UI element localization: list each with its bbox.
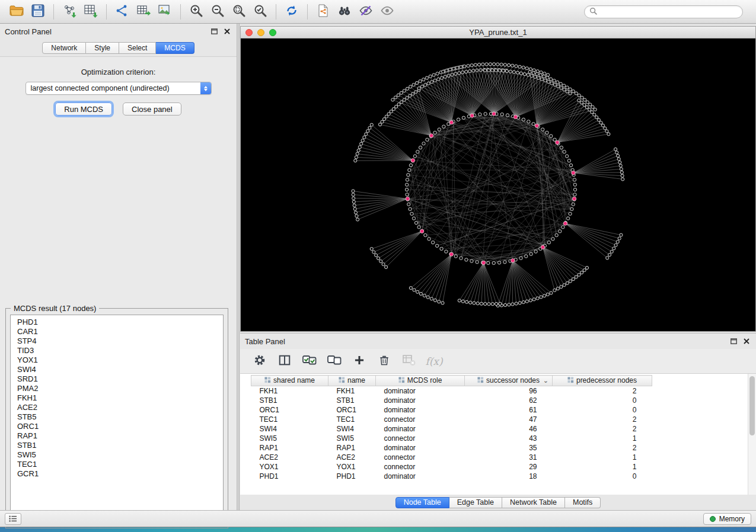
graphics-details-button[interactable] (355, 2, 377, 21)
close-panel-button[interactable]: Close panel (123, 102, 181, 116)
zoom-out-button[interactable] (207, 2, 228, 21)
attribute-icon (264, 377, 271, 385)
column-header-predecessor-nodes[interactable]: predecessor nodes (553, 376, 652, 386)
export-table-button[interactable] (133, 2, 154, 21)
mcds-result-item[interactable]: PHD1 (11, 318, 223, 327)
close-panel-icon[interactable] (742, 336, 751, 346)
search-input[interactable] (600, 8, 738, 16)
delete-table-button[interactable] (401, 354, 417, 369)
tab-node-table[interactable]: Node Table (395, 497, 449, 508)
maximize-window-icon[interactable] (269, 29, 276, 36)
task-history-button[interactable] (5, 513, 21, 525)
select-all-button[interactable] (302, 354, 317, 369)
column-header-name[interactable]: name (328, 376, 376, 386)
zoom-selected-button[interactable] (250, 2, 271, 21)
memory-button[interactable]: Memory (703, 513, 751, 525)
table-body: FKH1FKH1dominator962STB1STB1dominator620… (251, 386, 652, 481)
node-table: shared namenameMCDS rolesuccessor nodes⌄… (251, 375, 652, 481)
mcds-result-item[interactable]: GCR1 (11, 469, 223, 479)
mcds-result-item[interactable]: ACE2 (11, 403, 223, 412)
close-panel-icon[interactable] (222, 27, 232, 36)
import-table-button[interactable] (80, 2, 101, 21)
mcds-result-title: MCDS result (17 nodes) (11, 304, 99, 313)
split-columns-icon (278, 354, 291, 369)
table-panel-header: Table Panel (240, 334, 756, 349)
zoom-fit-icon (232, 4, 246, 20)
mcds-result-item[interactable]: YOX1 (11, 355, 223, 365)
table-row[interactable]: STB1STB1dominator620 (251, 396, 652, 405)
function-builder-button[interactable]: f(x) (426, 354, 442, 369)
save-session-button[interactable] (27, 2, 49, 21)
first-neighbors-button[interactable] (334, 2, 355, 21)
unselect-all-button[interactable] (327, 354, 342, 369)
mcds-result-item[interactable]: SWI4 (11, 365, 223, 374)
apply-layout-button[interactable] (281, 2, 302, 21)
network-canvas[interactable] (241, 39, 755, 331)
optimization-criterion-dropdown[interactable]: largest connected component (undirected) (25, 82, 212, 95)
table-row[interactable]: FKH1FKH1dominator962 (251, 386, 652, 396)
column-label: predecessor nodes (576, 376, 637, 384)
tab-network-table[interactable]: Network Table (502, 497, 565, 508)
tab-motifs[interactable]: Motifs (565, 497, 601, 508)
table-row[interactable]: PHD1PHD1dominator180 (251, 472, 652, 481)
mcds-result-item[interactable]: STP4 (11, 336, 223, 346)
column-header-successor-nodes[interactable]: successor nodes⌄ (465, 376, 553, 386)
column-header-MCDS-role[interactable]: MCDS role (376, 376, 465, 386)
network-window-titlebar[interactable]: YPA_prune.txt_1 (241, 27, 755, 39)
export-table-icon (136, 3, 151, 21)
table-row[interactable]: SWI4SWI4dominator462 (251, 424, 652, 434)
tab-select[interactable]: Select (119, 42, 156, 54)
mcds-result-item[interactable]: STB1 (11, 441, 223, 450)
search-box[interactable] (584, 5, 743, 18)
column-header-shared-name[interactable]: shared name (251, 376, 328, 386)
table-scrollbar[interactable] (748, 374, 756, 495)
mcds-result-item[interactable]: RAP1 (11, 431, 223, 441)
table-row[interactable]: YOX1YOX1connector291 (251, 462, 652, 472)
share-document-button[interactable] (312, 2, 334, 21)
mcds-result-item[interactable]: PMA2 (11, 384, 223, 393)
table-row[interactable]: ORC1ORC1dominator610 (251, 405, 652, 415)
close-window-icon[interactable] (245, 29, 253, 36)
split-columns-button[interactable] (277, 354, 292, 369)
table-panel: Table Panel f(x) shared namenameMCDS rol… (240, 333, 756, 510)
mcds-result-list[interactable]: PHD1CAR1STP4TID3YOX1SWI4SRD1PMA2FKH1ACE2… (10, 315, 224, 524)
delete-column-button[interactable] (377, 354, 392, 369)
toolbar-separator (53, 4, 54, 20)
table-row[interactable]: SWI5SWI5connector431 (251, 434, 652, 443)
zoom-fit-button[interactable] (228, 2, 250, 21)
mcds-result-item[interactable]: CAR1 (11, 327, 223, 336)
mcds-result-item[interactable]: STB5 (11, 412, 223, 422)
table-row[interactable]: TEC1TEC1connector472 (251, 415, 652, 424)
binoculars-icon (337, 4, 352, 20)
float-panel-icon[interactable] (209, 27, 219, 36)
tab-mcds[interactable]: MCDS (156, 42, 194, 54)
mcds-result-item[interactable]: TID3 (11, 346, 223, 355)
mcds-result-item[interactable]: TEC1 (11, 460, 223, 469)
table-row[interactable]: RAP1RAP1dominator352 (251, 443, 652, 453)
zoom-in-button[interactable] (186, 2, 207, 21)
column-label: shared name (273, 376, 315, 384)
mcds-result-item[interactable]: ORC1 (11, 422, 223, 431)
mcds-result-item[interactable]: FKH1 (11, 393, 223, 403)
run-mcds-button[interactable]: Run MCDS (55, 102, 112, 116)
gear-icon (253, 354, 266, 369)
import-network-button[interactable] (59, 2, 80, 21)
toolbar-separator (307, 4, 308, 20)
add-column-button[interactable] (352, 354, 367, 369)
tab-style[interactable]: Style (86, 42, 119, 54)
float-panel-icon[interactable] (729, 336, 738, 346)
scrollbar-thumb[interactable] (749, 376, 755, 435)
tab-edge-table[interactable]: Edge Table (449, 497, 502, 508)
network-graph[interactable] (241, 39, 755, 331)
tab-network[interactable]: Network (42, 42, 86, 54)
table-row[interactable]: ACE2ACE2connector311 (251, 453, 652, 462)
export-image-button[interactable] (154, 2, 176, 21)
mcds-result-item[interactable]: SRD1 (11, 374, 223, 384)
minimize-window-icon[interactable] (257, 29, 264, 36)
export-network-button[interactable] (111, 2, 133, 21)
mcds-tab-content: Optimization criterion: largest connecte… (0, 57, 237, 510)
open-file-button[interactable] (6, 2, 27, 21)
gear-button[interactable] (252, 354, 267, 369)
show-hide-button[interactable] (377, 2, 398, 21)
mcds-result-item[interactable]: SWI5 (11, 450, 223, 460)
